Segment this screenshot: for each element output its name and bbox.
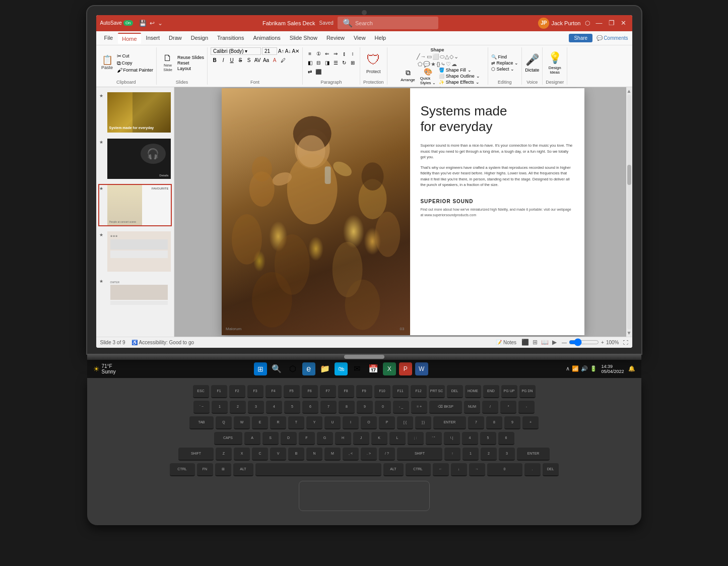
key-pin[interactable]: DEL <box>543 463 559 476</box>
key-num7[interactable]: 7 <box>468 416 484 429</box>
search-taskbar-button[interactable]: 🔍 <box>270 362 283 375</box>
wifi-icon[interactable]: 📶 <box>572 365 579 372</box>
key-comma[interactable]: , < <box>343 448 359 461</box>
slide-thumb-4[interactable]: ★ ⊕ ⊕ ⊕ <box>98 230 172 273</box>
slide-thumb-5[interactable]: ★ OWTER <box>98 277 172 319</box>
battery-icon[interactable]: 🔋 <box>590 365 597 372</box>
key-f2[interactable]: F2 <box>229 385 245 398</box>
highlight-button[interactable]: 🖊 <box>279 56 287 65</box>
key-numminus[interactable]: - <box>518 401 535 414</box>
key-3[interactable]: 3 <box>248 401 264 414</box>
format-painter-label[interactable]: Format Painter <box>123 68 154 73</box>
slide-thumb-2[interactable]: ★ 🎧 Details <box>98 138 172 180</box>
key-windows[interactable]: ⊞ <box>215 463 231 476</box>
key-l[interactable]: L <box>389 432 406 445</box>
underline-button[interactable]: U <box>228 56 236 65</box>
slide-thumb-1[interactable]: ★ System made for everyday <box>98 91 172 134</box>
undo-icon[interactable]: ↩ <box>150 20 155 27</box>
line-icon[interactable]: ╱ <box>417 53 420 60</box>
para-extra-button[interactable]: ⬛ <box>314 68 322 76</box>
bullets-button[interactable]: ≡ <box>306 50 314 58</box>
reuse-slides-button[interactable]: Reuse Slides <box>177 55 204 60</box>
taskview-button[interactable]: ⬡ <box>286 362 299 375</box>
key-numplus[interactable]: + <box>522 416 539 429</box>
change-case-button[interactable]: Aa <box>262 56 270 65</box>
font-name-selector[interactable]: Calibri (Body) ▾ <box>211 47 261 55</box>
key-v[interactable]: V <box>270 448 286 461</box>
key-f[interactable]: F <box>299 432 315 445</box>
share-button[interactable]: Share <box>569 34 592 42</box>
quick-styles-button[interactable]: 🎨 QuickStyles ⌄ <box>420 68 436 85</box>
cut-label[interactable]: Cut <box>122 53 129 58</box>
tab-transitions[interactable]: Transitions <box>213 33 248 43</box>
key-7[interactable]: 7 <box>320 401 337 414</box>
arrow-icon[interactable]: → <box>421 53 426 60</box>
save-icon[interactable]: 💾 <box>139 20 147 27</box>
vertical-scrollbar[interactable]: ▲ ▼ <box>626 87 632 337</box>
line-spacing-button[interactable]: ↕ <box>349 50 357 58</box>
increase-font-icon[interactable]: A↑ <box>278 48 284 54</box>
key-pgup[interactable]: PG UP <box>501 385 517 398</box>
key-numlock[interactable]: NUM <box>464 401 480 414</box>
notes-button[interactable]: 📝 Notes <box>496 340 516 345</box>
close-button[interactable]: ✕ <box>619 19 628 27</box>
key-numenter[interactable]: ENTER <box>517 448 550 461</box>
share-icon[interactable]: ⬡ <box>585 20 590 27</box>
touchpad[interactable] <box>299 481 430 511</box>
edge-button[interactable]: e <box>302 362 315 375</box>
paste-button[interactable]: 📋 Paste <box>99 54 115 71</box>
key-y[interactable]: Y <box>306 416 322 429</box>
key-shift-left[interactable]: SHIFT <box>178 448 214 461</box>
new-slide-button[interactable]: 🗋 NewSlide <box>160 52 176 73</box>
clear-format-icon[interactable]: A✕ <box>292 48 299 54</box>
decrease-indent-button[interactable]: ⇐ <box>323 50 331 58</box>
key-x[interactable]: X <box>234 448 250 461</box>
oval-icon[interactable]: ⬭ <box>440 53 444 60</box>
strikethrough-button[interactable]: S <box>236 56 244 65</box>
key-n[interactable]: N <box>306 448 322 461</box>
key-s[interactable]: S <box>262 432 279 445</box>
key-period[interactable]: . > <box>361 448 377 461</box>
key-ctrl-right[interactable]: CTRL <box>406 463 431 476</box>
key-num1[interactable]: 1 <box>462 448 479 461</box>
mail-button[interactable]: ✉ <box>351 362 364 375</box>
key-num4[interactable]: 4 <box>462 432 478 445</box>
notifications-icon[interactable]: 🔔 <box>628 365 635 372</box>
align-right-button[interactable]: ◨ <box>323 59 331 67</box>
key-num0[interactable]: 0 <box>487 463 522 476</box>
key-semicolon[interactable]: ; : <box>408 432 424 445</box>
key-quote[interactable]: ' " <box>426 432 442 445</box>
select-button[interactable]: ⬡ Select ⌄ <box>491 67 519 72</box>
key-2[interactable]: 2 <box>230 401 246 414</box>
key-num2[interactable]: 2 <box>481 448 497 461</box>
shape-effects-button[interactable]: ✨ Shape Effects ⌄ <box>439 80 480 85</box>
excel-button[interactable]: X <box>383 362 396 375</box>
key-backspace[interactable]: ⌫ BKSP <box>429 401 462 414</box>
key-down-arrow[interactable]: ↓ <box>451 463 467 476</box>
key-esc[interactable]: ESC <box>193 385 209 398</box>
key-f9[interactable]: F9 <box>356 385 372 398</box>
key-del[interactable]: DEL <box>447 385 463 398</box>
columns-button[interactable]: ⫿ <box>340 50 348 58</box>
reading-view-button[interactable]: 📖 <box>540 339 550 346</box>
key-num5[interactable]: 5 <box>480 432 496 445</box>
restore-button[interactable]: ❐ <box>607 19 617 27</box>
copy-label[interactable]: Copy <box>122 60 133 66</box>
find-button[interactable]: 🔍 Find <box>491 54 519 59</box>
explorer-button[interactable]: 📁 <box>318 362 332 375</box>
diamond-icon[interactable]: ◇ <box>449 53 453 60</box>
key-numslash[interactable]: / <box>482 401 498 414</box>
key-left-arrow[interactable]: ← <box>433 463 449 476</box>
scroll-up-icon[interactable]: ▲ <box>627 88 632 94</box>
slide-panel[interactable]: ★ System made for everyday ★ <box>96 87 174 337</box>
triangle-icon[interactable]: △ <box>445 53 449 60</box>
numbering-button[interactable]: ① <box>314 50 322 58</box>
key-e[interactable]: E <box>252 416 268 429</box>
key-f6[interactable]: F6 <box>302 385 318 398</box>
key-f12[interactable]: F12 <box>411 385 427 398</box>
slide-sorter-button[interactable]: ⊞ <box>532 339 539 346</box>
key-rbracket[interactable]: ] } <box>415 416 431 429</box>
tab-file[interactable]: File <box>100 33 117 43</box>
justify-button[interactable]: ☰ <box>332 59 340 67</box>
heart-icon[interactable]: ♡ <box>446 61 451 68</box>
